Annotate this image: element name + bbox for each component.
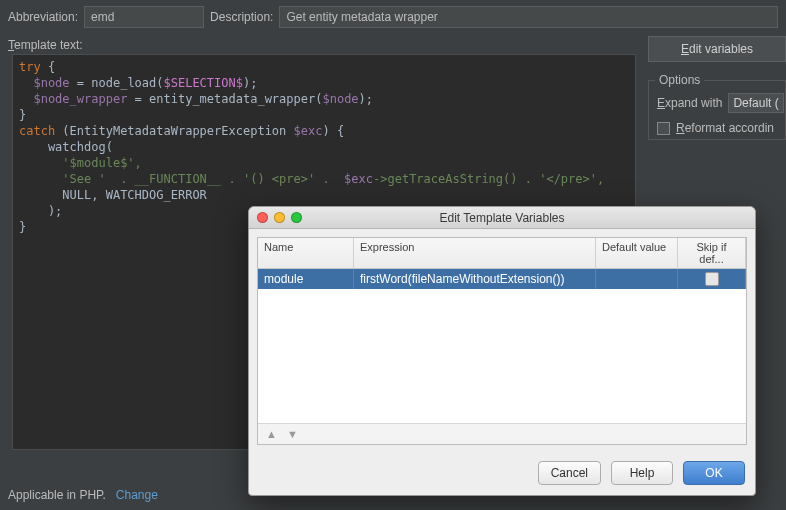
- reformat-label: Reformat accordin: [676, 121, 774, 135]
- cell-skip[interactable]: [678, 269, 746, 289]
- change-link[interactable]: Change: [116, 488, 158, 502]
- skip-checkbox[interactable]: [705, 272, 719, 286]
- description-input[interactable]: [279, 6, 778, 28]
- cell-name[interactable]: module: [258, 269, 354, 289]
- edit-template-variables-dialog: Edit Template Variables Name Expression …: [248, 206, 756, 496]
- move-down-icon[interactable]: ▼: [287, 428, 298, 440]
- variables-table[interactable]: Name Expression Default value Skip if de…: [257, 237, 747, 445]
- expand-with-combo[interactable]: Default (: [728, 93, 783, 113]
- cell-default[interactable]: [596, 269, 678, 289]
- column-default[interactable]: Default value: [596, 238, 678, 268]
- expand-with-label: Expand with: [657, 96, 722, 110]
- column-skip[interactable]: Skip if def...: [678, 238, 746, 268]
- help-button[interactable]: Help: [611, 461, 673, 485]
- dialog-titlebar[interactable]: Edit Template Variables: [249, 207, 755, 229]
- table-row[interactable]: module firstWord(fileNameWithoutExtensio…: [258, 269, 746, 289]
- applicable-label: Applicable in PHP.: [8, 488, 106, 502]
- cell-expression[interactable]: firstWord(fileNameWithoutExtension()): [354, 269, 596, 289]
- cancel-button[interactable]: Cancel: [538, 461, 601, 485]
- options-group: Options Expand with Default ( Reformat a…: [648, 80, 786, 140]
- options-title: Options: [655, 73, 704, 87]
- column-expression[interactable]: Expression: [354, 238, 596, 268]
- abbreviation-label: Abbreviation:: [8, 10, 78, 24]
- description-label: Description:: [210, 10, 273, 24]
- ok-button[interactable]: OK: [683, 461, 745, 485]
- dialog-title: Edit Template Variables: [249, 211, 755, 225]
- abbreviation-input[interactable]: [84, 6, 204, 28]
- column-name[interactable]: Name: [258, 238, 354, 268]
- move-up-icon[interactable]: ▲: [266, 428, 277, 440]
- reformat-checkbox[interactable]: [657, 122, 670, 135]
- edit-variables-button[interactable]: Edit variables: [648, 36, 786, 62]
